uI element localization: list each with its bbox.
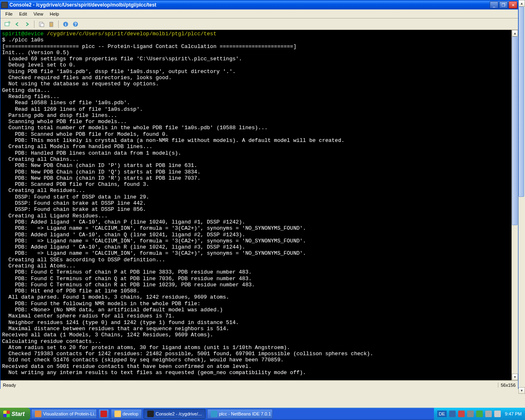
opera-icon xyxy=(100,411,107,417)
menu-file[interactable]: File xyxy=(2,11,16,17)
forward-button[interactable] xyxy=(23,20,32,29)
system-tray: DE 9:47 PM xyxy=(434,408,525,420)
menu-view[interactable]: View xyxy=(30,11,47,17)
copy-button[interactable] xyxy=(37,20,46,29)
menu-help[interactable]: Help xyxy=(46,11,62,17)
lang-indicator[interactable]: DE xyxy=(437,411,447,417)
outer-scrollbar[interactable]: ▲ ▼ xyxy=(518,0,525,394)
task-opera[interactable] xyxy=(98,409,109,419)
start-button[interactable]: Start xyxy=(0,408,30,420)
tray-icon[interactable] xyxy=(458,411,465,417)
terminal[interactable]: spirit@device /cygdrive/c/Users/spirit/d… xyxy=(0,30,511,380)
scroll-down-icon[interactable]: ▼ xyxy=(512,374,518,380)
paste-button[interactable] xyxy=(47,20,56,29)
status-text: Ready xyxy=(3,383,498,388)
info-button[interactable]: i xyxy=(61,20,70,29)
task-netbeans[interactable]: plcc - NetBeans IDE 7.0.1 xyxy=(207,409,273,419)
menubar: File Edit View Help xyxy=(0,9,518,18)
taskbar: Start Visualization of Protein-Li... dev… xyxy=(0,408,525,420)
scroll-thumb[interactable] xyxy=(518,7,524,197)
svg-rect-2 xyxy=(41,23,44,27)
start-label: Start xyxy=(11,411,25,417)
task-label: Visualization of Protein-Li... xyxy=(43,411,97,416)
terminal-scrollbar[interactable]: ▲ ▼ xyxy=(511,30,518,380)
task-label: develop xyxy=(123,411,139,416)
svg-text:?: ? xyxy=(74,22,77,27)
scroll-up-icon[interactable]: ▲ xyxy=(512,30,518,37)
titlebar: Console2 - /cygdrive/c/Users/spirit/deve… xyxy=(0,0,518,9)
console-icon xyxy=(147,411,154,417)
window-title: Console2 - /cygdrive/c/Users/spirit/deve… xyxy=(9,2,489,8)
scroll-up-icon[interactable]: ▲ xyxy=(518,0,525,7)
menu-edit[interactable]: Edit xyxy=(16,11,30,17)
tray-icon[interactable] xyxy=(449,411,456,417)
svg-rect-4 xyxy=(50,22,52,23)
app-icon xyxy=(1,2,8,8)
task-console2[interactable]: Console2 - /cygdrive/... xyxy=(144,409,205,419)
task-develop[interactable]: develop xyxy=(111,409,142,419)
windows-logo-icon xyxy=(3,411,10,417)
prompt-user: spirit@device xyxy=(2,31,43,37)
prompt-path: /cygdrive/c/Users/spirit/develop/molbi/p… xyxy=(47,31,216,37)
back-button[interactable] xyxy=(13,20,22,29)
scroll-down-icon[interactable]: ▼ xyxy=(518,387,525,394)
tray-icon[interactable] xyxy=(476,411,483,417)
minimize-button[interactable]: _ xyxy=(490,1,498,9)
svg-text:i: i xyxy=(65,22,66,27)
task-firefox[interactable]: Visualization of Protein-Li... xyxy=(31,409,97,419)
tray-icon[interactable] xyxy=(467,411,474,417)
firefox-icon xyxy=(35,411,41,417)
terminal-command: $ ./plcc 1a0s xyxy=(2,37,43,43)
help-button[interactable]: ? xyxy=(71,20,80,29)
clock[interactable]: 9:47 PM xyxy=(505,411,522,416)
tray-icon[interactable] xyxy=(485,411,492,417)
task-label: plcc - NetBeans IDE 7.0.1 xyxy=(219,411,271,416)
close-button[interactable]: ✕ xyxy=(509,1,517,9)
svg-rect-0 xyxy=(5,23,9,26)
scroll-thumb[interactable] xyxy=(512,37,518,225)
task-label: Console2 - /cygdrive/... xyxy=(155,411,202,416)
folder-icon xyxy=(114,411,121,417)
statusbar: Ready 56x156 xyxy=(0,380,518,389)
maximize-button[interactable]: ❐ xyxy=(499,1,508,9)
terminal-output: [======================= plcc -- Protein… xyxy=(2,43,373,376)
status-size: 56x156 xyxy=(498,383,516,388)
new-tab-button[interactable] xyxy=(3,20,12,29)
volume-icon[interactable] xyxy=(494,411,501,417)
toolbar: i ? xyxy=(0,18,518,30)
netbeans-icon xyxy=(211,411,217,417)
